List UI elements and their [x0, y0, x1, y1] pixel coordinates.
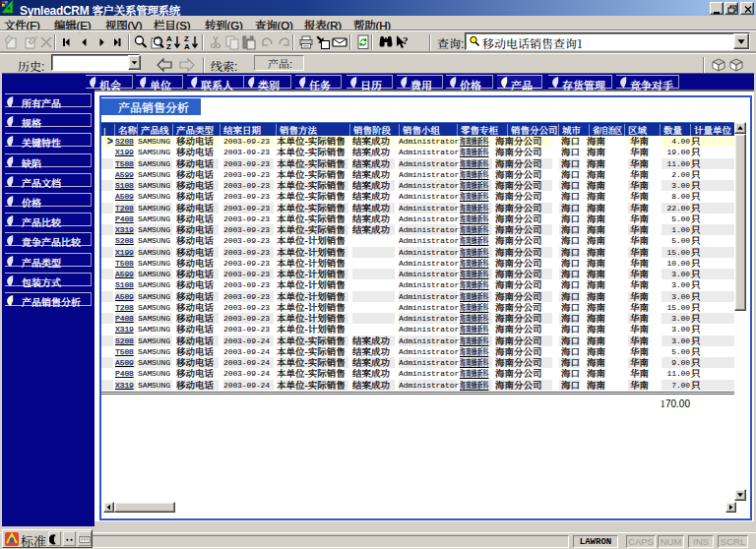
svg-text:Z: Z [166, 42, 171, 50]
svg-text:?: ? [403, 34, 409, 46]
svg-text:A: A [184, 42, 190, 50]
